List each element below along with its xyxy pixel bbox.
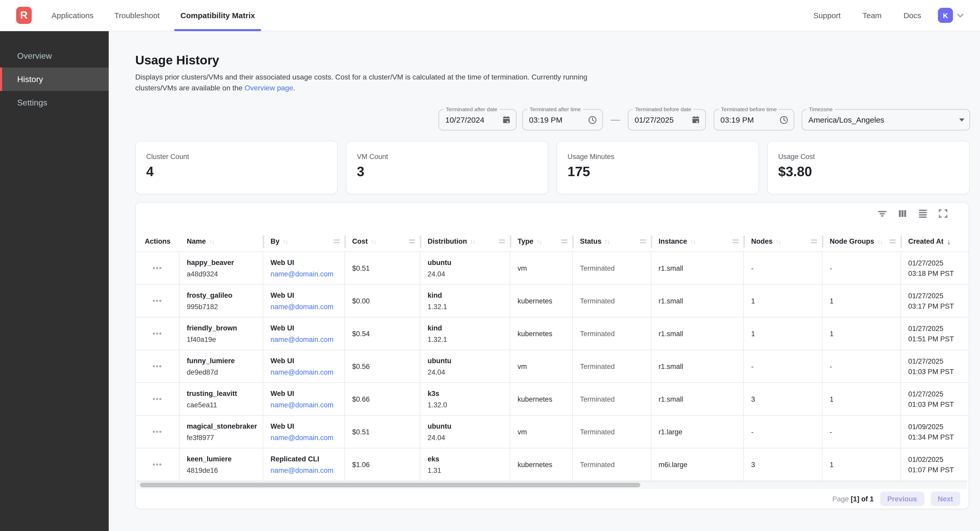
terminated-after-time-field[interactable]: Terminated after time 03:19 PM (522, 109, 603, 130)
main-content: Usage History Displays prior clusters/VM… (109, 31, 980, 531)
row-actions-button[interactable]: ••• (153, 396, 162, 402)
sort-desc-icon: ↓ (947, 237, 951, 246)
clock-icon[interactable] (588, 115, 597, 124)
column-header-cost[interactable]: Cost ↑↓ (345, 231, 420, 252)
sidebar-item-history[interactable]: History (0, 68, 109, 91)
cell-node-groups: 1 (822, 285, 901, 317)
filter-icon[interactable] (878, 209, 887, 218)
sidebar-item-settings[interactable]: Settings (0, 91, 109, 114)
created-by-email-link[interactable]: name@domain.com (270, 368, 344, 376)
cell-name: keen_lumiere 4819de16 (180, 449, 263, 480)
cell-status: Terminated (573, 449, 651, 480)
calendar-icon[interactable] (502, 115, 511, 124)
nav-item-team[interactable]: Team (862, 11, 881, 20)
row-actions-button[interactable]: ••• (153, 462, 162, 467)
column-header-by[interactable]: By ↑↓ (263, 231, 345, 252)
cell-by: Replicated CLI name@domain.com (263, 449, 345, 480)
distribution-version: 24.04 (428, 270, 510, 278)
row-actions-button[interactable]: ••• (153, 331, 162, 336)
table-header: Actions Name ↑↓ By ↑↓ Cost ↑↓ (136, 231, 970, 252)
created-by-email-link[interactable]: name@domain.com (270, 434, 344, 441)
cell-nodes: - (744, 350, 822, 382)
table-row: ••• funny_lumiere de9ed87d Web UI name@d… (136, 350, 970, 383)
column-menu-icon[interactable] (811, 239, 817, 244)
cell-type: vm (510, 252, 573, 284)
nav-item-applications[interactable]: Applications (51, 0, 94, 31)
created-by-email-link[interactable]: name@domain.com (270, 303, 344, 311)
cell-name: funny_lumiere de9ed87d (180, 350, 263, 382)
calendar-icon[interactable] (691, 115, 700, 124)
column-menu-icon[interactable] (409, 239, 415, 244)
cell-created-at: 01/27/2025 01:51 PM PST (901, 317, 970, 350)
cell-actions: ••• (136, 350, 180, 382)
terminated-before-date-field[interactable]: Terminated before date 01/27/2025 (628, 109, 706, 130)
card-value: 4 (146, 164, 154, 180)
cell-node-groups: - (822, 350, 901, 382)
column-header-status[interactable]: Status ↑↓ (573, 231, 651, 252)
nav-item-support[interactable]: Support (813, 11, 841, 20)
created-by-email-link[interactable]: name@domain.com (270, 270, 344, 278)
column-header-name[interactable]: Name ↑↓ (180, 231, 263, 252)
cell-status: Terminated (573, 350, 651, 382)
created-by-source: Web UI (270, 357, 344, 365)
logo-letter: R (20, 10, 28, 21)
column-menu-icon[interactable] (499, 239, 505, 244)
density-icon[interactable] (918, 209, 928, 218)
previous-page-button[interactable]: Previous (880, 491, 924, 506)
distribution-name: kind (428, 291, 510, 299)
cell-type: kubernetes (510, 383, 573, 415)
cell-type: vm (510, 416, 573, 448)
sidebar: Overview History Settings (0, 31, 109, 531)
cell-distribution: ubuntu 24.04 (420, 252, 510, 284)
cell-type: kubernetes (510, 285, 573, 317)
column-menu-icon[interactable] (732, 239, 739, 244)
nav-right: Support Team Docs K (813, 8, 964, 23)
created-by-email-link[interactable]: name@domain.com (270, 466, 344, 474)
nav-item-docs[interactable]: Docs (904, 11, 921, 20)
row-actions-button[interactable]: ••• (153, 298, 162, 303)
timezone-select[interactable]: Timezone America/Los_Angeles (802, 109, 970, 130)
overview-page-link[interactable]: Overview page (245, 84, 293, 92)
row-actions-button[interactable]: ••• (153, 364, 162, 369)
column-menu-icon[interactable] (889, 239, 896, 244)
column-header-created-at[interactable]: Created At ↓ (901, 231, 970, 252)
next-page-button[interactable]: Next (930, 491, 960, 506)
horizontal-scrollbar-thumb[interactable] (140, 483, 640, 487)
terminated-before-time-field[interactable]: Terminated before time 03:19 PM (714, 109, 794, 130)
nav-item-compatibility-matrix[interactable]: Compatibility Matrix (180, 0, 255, 31)
created-by-email-link[interactable]: name@domain.com (270, 335, 344, 343)
created-time: 01:34 PM PST (908, 434, 970, 440)
column-header-type[interactable]: Type ↑↓ (510, 231, 573, 252)
account-menu[interactable]: K (938, 8, 964, 23)
card-value: $3.80 (778, 164, 812, 180)
cell-status: Terminated (573, 416, 651, 448)
column-menu-icon[interactable] (333, 239, 340, 244)
cell-instance: r1.small (651, 252, 744, 284)
created-date: 01/27/2025 (908, 260, 970, 266)
cell-type: kubernetes (510, 449, 573, 480)
row-actions-button[interactable]: ••• (153, 429, 162, 434)
cluster-name: keen_lumiere (187, 455, 262, 463)
cell-actions: ••• (136, 317, 180, 350)
created-date: 01/27/2025 (908, 390, 970, 397)
sidebar-item-overview[interactable]: Overview (0, 44, 109, 68)
column-header-instance[interactable]: Instance ↑↓ (651, 231, 744, 252)
column-header-node-groups[interactable]: Node Groups ↑↓ (822, 231, 901, 252)
column-header-nodes[interactable]: Nodes ↑↓ (744, 231, 822, 252)
cell-distribution: kind 1.32.1 (420, 285, 510, 317)
horizontal-scrollbar-track[interactable] (137, 481, 967, 489)
cell-instance: r1.small (651, 383, 744, 415)
nav-item-troubleshoot[interactable]: Troubleshoot (115, 0, 160, 31)
card-value: 175 (568, 164, 590, 180)
column-menu-icon[interactable] (561, 239, 568, 244)
created-by-email-link[interactable]: name@domain.com (270, 401, 344, 409)
columns-icon[interactable] (898, 209, 907, 218)
clock-icon[interactable] (779, 115, 789, 124)
column-menu-icon[interactable] (640, 239, 646, 244)
column-header-distribution[interactable]: Distribution ↑↓ (420, 231, 510, 252)
fullscreen-icon[interactable] (939, 209, 948, 218)
replicated-logo[interactable]: R (16, 7, 32, 24)
row-actions-button[interactable]: ••• (153, 265, 162, 271)
created-time: 01:07 PM PST (908, 466, 970, 473)
terminated-after-date-field[interactable]: Terminated after date 10/27/2024 (439, 109, 517, 130)
